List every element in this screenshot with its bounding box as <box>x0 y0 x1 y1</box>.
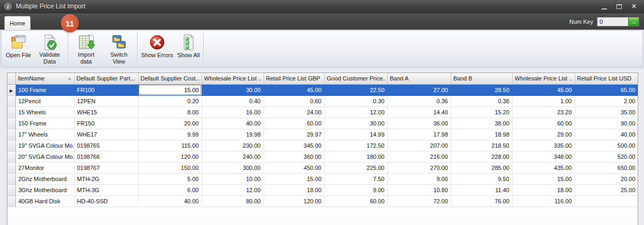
grid-cell[interactable]: 60.00 <box>512 118 575 129</box>
grid-cell[interactable]: 30.00 <box>324 118 387 129</box>
grid-cell[interactable]: 3Ghz Motherboard <box>15 184 74 195</box>
grid-cell[interactable]: HD-40-SSD <box>74 195 138 206</box>
grid-cell[interactable]: 285.00 <box>451 162 512 173</box>
grid-cell[interactable]: 335.00 <box>512 140 575 151</box>
grid-cell[interactable]: 12PEN <box>74 95 138 106</box>
table-row[interactable]: 150 FrameFR15020.0040.0060.0030.0036.003… <box>7 118 638 129</box>
grid-cell[interactable]: 172.50 <box>324 140 387 151</box>
column-header[interactable]: Band B <box>451 73 512 84</box>
grid-cell[interactable]: 5.00 <box>138 173 202 184</box>
grid-cell[interactable]: 7.50 <box>324 173 387 184</box>
row-indicator[interactable] <box>7 162 15 173</box>
column-header[interactable]: Good Customer Price... <box>324 73 387 84</box>
grid-cell[interactable]: 0198765 <box>74 140 138 151</box>
grid-cell[interactable]: 450.00 <box>264 162 324 173</box>
grid-cell[interactable]: 0198766 <box>74 151 138 162</box>
grid-cell[interactable]: 348.00 <box>512 151 575 162</box>
grid-cell[interactable]: 520.00 <box>575 151 638 162</box>
grid-cell[interactable]: 16.00 <box>202 106 264 118</box>
grid-cell[interactable]: 19" SVGA Colour Mo... <box>15 140 74 151</box>
grid-cell[interactable]: 225.00 <box>324 162 387 173</box>
minimize-button[interactable] <box>601 3 608 10</box>
grid-cell[interactable]: 22.50 <box>324 84 387 95</box>
grid-cell[interactable]: 24.00 <box>264 106 324 118</box>
grid-cell[interactable]: 300.00 <box>202 162 264 173</box>
grid-cell[interactable]: 360.00 <box>264 151 324 162</box>
num-key-input[interactable]: 0 <box>597 17 628 26</box>
grid-cell[interactable]: FR150 <box>74 118 138 129</box>
grid-cell[interactable]: 2.00 <box>575 95 638 106</box>
grid-cell[interactable]: 18.00 <box>264 184 324 195</box>
grid-cell[interactable]: MTH-2G <box>74 173 138 184</box>
column-header[interactable]: Default Supplier Part... <box>74 73 138 84</box>
table-row[interactable]: 17" WheelsWHE179.9919.9829.9714.9917.981… <box>7 129 638 140</box>
column-header[interactable]: ItemName▲ <box>15 73 74 84</box>
grid-cell[interactable]: 20" SVGA Colour Mo... <box>15 151 74 162</box>
grid-cell[interactable]: 20.00 <box>138 118 202 129</box>
grid-cell[interactable]: 435.00 <box>512 162 575 173</box>
table-row[interactable]: 20" SVGA Colour Mo...0198766120.00240.00… <box>7 151 638 162</box>
grid-cell[interactable]: 9.00 <box>324 184 387 195</box>
tab-home[interactable]: Home <box>4 16 31 30</box>
grid-cell[interactable]: 20.00 <box>575 173 638 184</box>
grid-cell[interactable]: 150.00 <box>138 162 202 173</box>
column-header[interactable]: Wholesale Price List ... <box>512 73 575 84</box>
grid-cell[interactable]: 8.00 <box>138 106 202 118</box>
grid-cell[interactable]: 40.00 <box>202 118 264 129</box>
grid-cell[interactable]: 650.00 <box>575 162 638 173</box>
table-row[interactable]: 12Pencil12PEN0.200.400.600.300.360.381.0… <box>7 95 638 106</box>
grid-cell[interactable]: 12Pencil <box>15 95 74 106</box>
grid-cell[interactable]: 72.00 <box>387 195 451 206</box>
grid-cell[interactable]: 29.97 <box>264 129 324 140</box>
grid-cell[interactable]: 9.50 <box>451 173 512 184</box>
grid-cell[interactable]: 90.00 <box>575 118 638 129</box>
grid-cell[interactable]: 80.00 <box>202 195 264 206</box>
grid-cell[interactable]: 228.00 <box>451 151 512 162</box>
grid-cell[interactable]: 76.00 <box>451 195 512 206</box>
open-file-button[interactable]: Open File <box>4 32 33 66</box>
grid-cell[interactable]: WHE17 <box>74 129 138 140</box>
grid-cell[interactable]: 17.98 <box>387 129 451 140</box>
grid-cell[interactable]: 36.00 <box>387 118 451 129</box>
show-errors-button[interactable]: Show Errors <box>139 32 176 66</box>
table-row[interactable]: 2Ghz MotherboardMTH-2G5.0010.0015.007.50… <box>7 173 638 184</box>
grid-cell[interactable]: 11.40 <box>451 184 512 195</box>
column-header[interactable]: Retail Price List GBP <box>264 73 324 84</box>
grid-cell[interactable]: 216.00 <box>387 151 451 162</box>
num-key-go-button[interactable]: → <box>628 17 639 26</box>
grid-cell[interactable]: 2Ghz Motherboard <box>15 173 74 184</box>
grid-cell[interactable]: 29.00 <box>512 129 575 140</box>
grid-cell[interactable]: 116.00 <box>512 195 575 206</box>
grid-cell[interactable]: 0.36 <box>387 95 451 106</box>
grid-cell[interactable]: 60.00 <box>324 195 387 206</box>
grid-cell[interactable]: 14.99 <box>324 129 387 140</box>
grid-cell[interactable]: 207.00 <box>387 140 451 151</box>
grid-cell[interactable]: 15.00 <box>264 173 324 184</box>
row-indicator[interactable] <box>7 151 15 162</box>
grid-cell[interactable]: 40GB Hard Disk <box>15 195 74 206</box>
grid-cell[interactable]: 150 Frame <box>15 118 74 129</box>
grid-cell[interactable]: 218.50 <box>451 140 512 151</box>
row-indicator[interactable] <box>7 173 15 184</box>
grid-cell[interactable] <box>575 195 638 206</box>
grid-cell[interactable]: 0.38 <box>451 95 512 106</box>
grid-cell[interactable]: 15 Wheels <box>15 106 74 118</box>
grid-cell[interactable]: WHE15 <box>74 106 138 118</box>
grid-cell[interactable]: 345.00 <box>264 140 324 151</box>
grid-cell[interactable]: 6.00 <box>138 184 202 195</box>
grid-cell[interactable]: 115.00 <box>138 140 202 151</box>
grid-cell[interactable]: 12.00 <box>324 106 387 118</box>
validate-data-button[interactable]: Validate Data <box>33 32 66 66</box>
grid-cell[interactable]: 27Monitor <box>15 162 74 173</box>
grid-cell[interactable]: 38.00 <box>451 118 512 129</box>
table-row[interactable]: 3Ghz MotherboardMTH-3G6.0012.0018.009.00… <box>7 184 638 195</box>
table-row[interactable]: ▶100 FrameFR10015.0030.0045.0022.5027.00… <box>7 84 638 95</box>
grid-cell[interactable]: MTH-3G <box>74 184 138 195</box>
table-row[interactable]: 15 WheelsWHE158.0016.0024.0012.0014.4015… <box>7 106 638 118</box>
grid-cell[interactable]: 65.00 <box>575 84 638 95</box>
grid-cell[interactable]: 45.00 <box>264 84 324 95</box>
grid-cell[interactable]: 19.98 <box>202 129 264 140</box>
grid-cell[interactable]: 18.00 <box>512 184 575 195</box>
row-indicator[interactable] <box>7 140 15 151</box>
row-indicator[interactable] <box>7 95 15 106</box>
